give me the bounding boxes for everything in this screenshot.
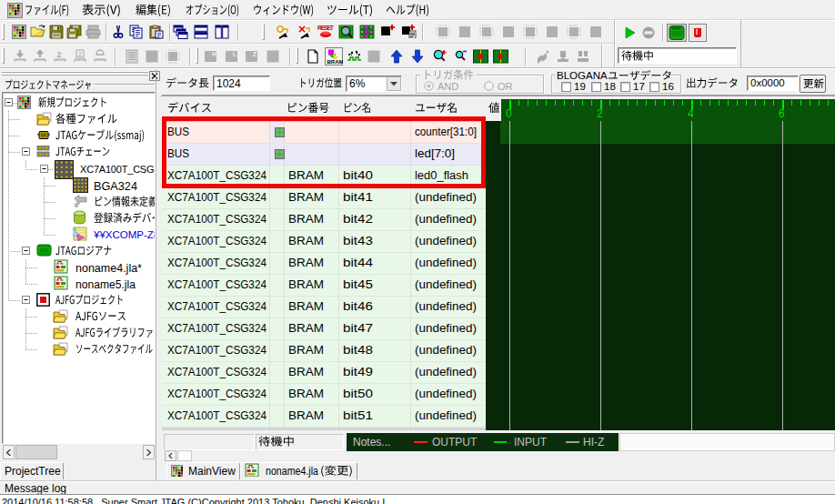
- svg-text:RESET: RESET: [317, 25, 334, 31]
- svg-text:L: L: [233, 51, 236, 57]
- svg-text:H: H: [212, 51, 216, 57]
- svg-text:BRAM: BRAM: [327, 59, 344, 65]
- svg-text:Z: Z: [253, 51, 257, 57]
